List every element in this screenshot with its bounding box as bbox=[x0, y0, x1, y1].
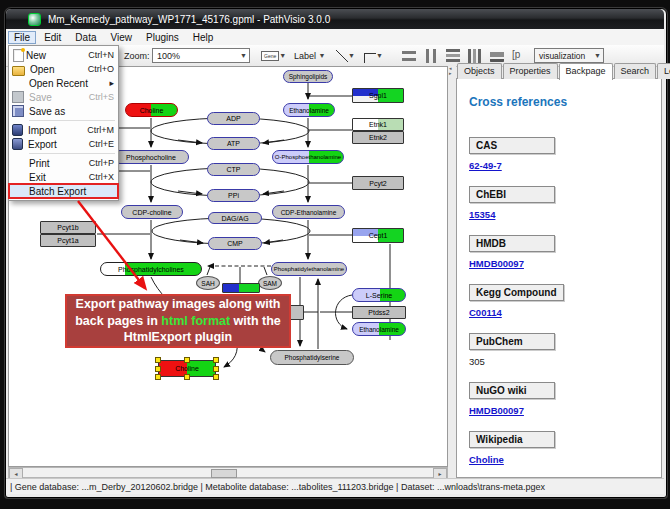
pathway-node-cdp-ethanolamine[interactable]: CDP-Ethanolamine bbox=[272, 205, 345, 219]
zoom-select[interactable]: 100%▼ bbox=[152, 48, 250, 63]
pathway-node-ethanolamine[interactable]: Ethanolamine bbox=[283, 103, 335, 117]
tab-properties[interactable]: Properties bbox=[503, 63, 558, 79]
tab-legend[interactable]: Legend bbox=[657, 63, 670, 79]
pathway-node-pcyt1b[interactable]: Pcyt1b bbox=[40, 221, 96, 234]
pathway-node-sgpl1[interactable]: Sgpl1 bbox=[352, 88, 404, 103]
pathway-node-adp[interactable]: ADP bbox=[207, 112, 260, 125]
selection-handle[interactable] bbox=[213, 374, 219, 380]
menu-plugins[interactable]: Plugins bbox=[140, 31, 185, 44]
file-menu-item-open-recent[interactable]: Open Recent▸ bbox=[9, 76, 118, 90]
selection-handle[interactable] bbox=[213, 366, 219, 372]
chevron-down-icon[interactable]: ▼ bbox=[319, 52, 326, 59]
pathway-node-choline[interactable]: Choline bbox=[125, 103, 178, 117]
title-bar[interactable]: Mm_Kennedy_pathway_WP1771_45176.gpml - P… bbox=[6, 9, 664, 30]
pathway-node-unlabeled[interactable] bbox=[222, 283, 260, 293]
xref-link[interactable]: HMDB00097 bbox=[469, 258, 651, 269]
file-menu-item-new[interactable]: NewCtrl+N bbox=[9, 48, 118, 62]
pathway-node-phosphatidylserine[interactable]: Phosphatidylserine bbox=[270, 350, 354, 365]
file-menu-item-save-as[interactable]: Save as bbox=[9, 104, 118, 118]
pathway-node-phosphocholine[interactable]: Phosphocholine bbox=[113, 150, 189, 164]
selection-handle[interactable] bbox=[184, 374, 190, 380]
menu-shortcut: Ctrl+N bbox=[88, 50, 114, 60]
pathway-node-ppi[interactable]: PPi bbox=[207, 189, 260, 202]
chevron-down-icon[interactable]: ▼ bbox=[348, 52, 355, 59]
gene-tool-button[interactable]: Gene ▼ bbox=[261, 48, 286, 63]
pathway-node-ptdss2[interactable]: Ptdss2 bbox=[352, 306, 406, 319]
menu-edit[interactable]: Edit bbox=[38, 31, 67, 44]
pathway-node-atp[interactable]: ATP bbox=[207, 137, 260, 150]
selection-handle[interactable] bbox=[184, 357, 190, 363]
blank-icon bbox=[12, 77, 24, 89]
scrollbar-thumb[interactable] bbox=[211, 469, 237, 478]
stamp-icon[interactable] bbox=[490, 49, 504, 63]
pathway-node-phosphatidylethanolamine[interactable]: Phosphatidylethanolamine bbox=[271, 262, 347, 276]
menu-item-label: Save as bbox=[29, 106, 114, 117]
saveas-icon bbox=[12, 105, 24, 117]
xref-link[interactable]: 15354 bbox=[469, 209, 651, 220]
line-tool-icon bbox=[336, 50, 348, 62]
horizontal-scrollbar[interactable]: ◄ ► bbox=[8, 467, 448, 478]
chevron-down-icon: ▼ bbox=[594, 52, 601, 59]
menu-file[interactable]: File bbox=[8, 31, 36, 44]
file-menu-item-exit[interactable]: ExitCtrl+X bbox=[9, 170, 118, 184]
pathway-node-ctp[interactable]: CTP bbox=[207, 163, 260, 176]
pathway-node-sah[interactable]: SAH bbox=[196, 276, 220, 290]
xref-section-chebi: ChEBI15354 bbox=[469, 184, 651, 220]
file-menu-item-import[interactable]: ImportCtrl+M bbox=[9, 123, 118, 137]
file-menu-item-open[interactable]: OpenCtrl+O bbox=[9, 62, 118, 76]
pathway-node-etnk2[interactable]: Etnk2 bbox=[352, 131, 404, 144]
pathway-node-cept1[interactable]: Cept1 bbox=[352, 228, 404, 243]
menu-shortcut: Ctrl+M bbox=[87, 125, 114, 135]
zoom-value: 100% bbox=[157, 51, 180, 61]
selection-handle[interactable] bbox=[155, 357, 161, 363]
tab-objects[interactable]: Objects bbox=[457, 63, 502, 79]
tab-backpage[interactable]: Backpage bbox=[559, 63, 613, 80]
xref-link[interactable]: Choline bbox=[469, 454, 651, 465]
menu-item-label: Export bbox=[28, 139, 89, 150]
pathway-node-sam[interactable]: SAM bbox=[258, 276, 282, 290]
menu-help[interactable]: Help bbox=[187, 31, 220, 44]
xref-link[interactable]: 62-49-7 bbox=[469, 160, 651, 171]
pathway-node-cmp[interactable]: CMP bbox=[208, 237, 262, 250]
align-horizontal-icon[interactable] bbox=[424, 49, 438, 63]
file-menu-item-print[interactable]: PrintCtrl+P bbox=[9, 156, 118, 170]
pathway-node-pcyt2[interactable]: Pcyt2 bbox=[352, 176, 404, 190]
chevron-down-icon[interactable]: ▼ bbox=[376, 52, 383, 59]
pathway-node-etnk1[interactable]: Etnk1 bbox=[352, 118, 404, 131]
menu-data[interactable]: Data bbox=[69, 31, 102, 44]
align-vertical-icon[interactable] bbox=[402, 49, 416, 63]
selection-handle[interactable] bbox=[155, 366, 161, 372]
pathway-node-phosphatidylcholines[interactable]: Phosphatidylcholines bbox=[100, 262, 202, 276]
selection-handle[interactable] bbox=[213, 357, 219, 363]
pathway-node-cdp-choline[interactable]: CDP-choline bbox=[121, 205, 183, 219]
file-menu-item-save[interactable]: SaveCtrl+S bbox=[9, 90, 118, 104]
panel-splitter[interactable]: ◂▸ bbox=[448, 66, 456, 478]
file-menu-item-batch-export[interactable]: Batch Export bbox=[9, 184, 118, 198]
pathway-node-o-phosphoethanolamine[interactable]: O-Phosphoethanolamine bbox=[272, 150, 344, 164]
visualization-value: visualization bbox=[539, 51, 585, 61]
pathway-node-pcyt1a[interactable]: Pcyt1a bbox=[40, 234, 96, 247]
distribute-rows-icon[interactable] bbox=[446, 49, 460, 63]
boundary-icon[interactable]: [p bbox=[512, 49, 520, 63]
line-tool-button[interactable]: ▼ bbox=[336, 48, 355, 63]
pathway-node-ethanolamine[interactable]: Ethanolamine bbox=[352, 322, 406, 336]
file-menu-item-export[interactable]: ExportCtrl+E bbox=[9, 137, 118, 151]
distribute-columns-icon[interactable] bbox=[468, 49, 482, 63]
label-tool-text: Label bbox=[294, 51, 316, 61]
menu-item-label: New bbox=[26, 50, 88, 61]
tab-search[interactable]: Search bbox=[614, 63, 657, 79]
chevron-down-icon[interactable]: ▼ bbox=[279, 52, 286, 59]
visualization-select[interactable]: visualization▼ bbox=[534, 48, 604, 63]
selection-handle[interactable] bbox=[155, 374, 161, 380]
xref-link[interactable]: C00114 bbox=[469, 307, 651, 318]
splitter-grip-icon[interactable]: ◂▸ bbox=[449, 66, 452, 76]
file-menu: NewCtrl+NOpenCtrl+OOpen Recent▸SaveCtrl+… bbox=[8, 45, 119, 201]
menu-view[interactable]: View bbox=[104, 31, 138, 44]
xref-link[interactable]: HMDB00097 bbox=[469, 405, 651, 416]
connector-tool-button[interactable]: ▼ bbox=[364, 48, 383, 63]
pathway-node-l-serine[interactable]: L-Serine bbox=[352, 288, 406, 302]
app-icon bbox=[28, 13, 41, 26]
pathway-node-dag-ag[interactable]: DAG/AG bbox=[208, 212, 262, 224]
pathway-node-sphingolipids[interactable]: Sphingolipids bbox=[283, 70, 333, 83]
label-tool-button[interactable]: Label ▼ bbox=[294, 48, 325, 63]
